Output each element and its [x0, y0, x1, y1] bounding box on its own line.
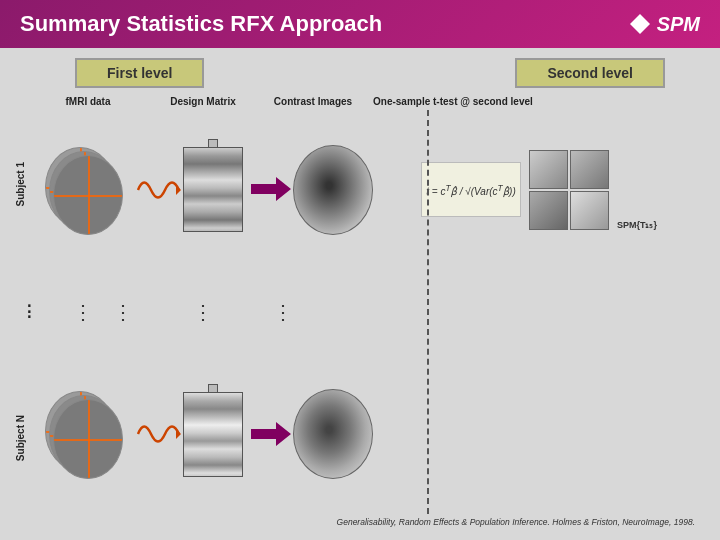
svg-marker-2: [251, 177, 291, 201]
subject-dots-label: ⋮: [15, 302, 43, 321]
spm-t15-label: SPM{T₁₅}: [617, 220, 657, 230]
subject-n-label: Subject N: [15, 415, 43, 461]
second-level-label: Second level: [547, 65, 633, 81]
squiggle-arrow-1: [133, 165, 183, 215]
header-onesample: One-sample t-test @ second level: [363, 96, 705, 107]
second-level-content-1: t = cTβ̂ / √(Var(cTβ̂)) SPM{T₁₅}: [373, 150, 705, 230]
subject-1-row: t = cTβ̂ / √(Var(cTβ̂)) SPM{T₁₅}: [43, 137, 705, 242]
first-level-label: First level: [107, 65, 172, 81]
subject-n-brain: [43, 389, 133, 479]
spm-logo: SPM: [629, 13, 700, 36]
column-headers-row: fMRI data Design Matrix Contrast Images …: [15, 96, 705, 107]
title-bar: Summary Statistics RFX Approach SPM: [0, 0, 720, 48]
big-arrow-n: [243, 417, 293, 452]
content-area: First level Second level fMRI data Desig…: [0, 48, 720, 540]
design-matrix-n: [183, 392, 243, 477]
dots-row: ⋮ ⋮ ⋮ ⋮: [43, 297, 705, 327]
formula-image: t = cTβ̂ / √(Var(cTβ̂)): [421, 162, 521, 217]
contrast-brain-1: [293, 145, 373, 235]
spm-result-grid: [529, 150, 609, 230]
big-arrow-1: [243, 172, 293, 207]
subject-labels-column: Subject 1 ⋮ Subject N: [15, 110, 43, 514]
slide-title: Summary Statistics RFX Approach: [20, 11, 382, 37]
contrast-brain-n: [293, 389, 373, 479]
squiggle-arrow-n: [133, 409, 183, 459]
design-matrix-1: [183, 147, 243, 232]
spm-cell-1: [529, 150, 568, 189]
subject-n-row: [43, 382, 705, 487]
level-divider: [427, 110, 429, 514]
header-fmri: fMRI data: [43, 96, 133, 107]
brain-slice-front: [53, 155, 123, 235]
brain-slice-n-front: [53, 399, 123, 479]
header-contrast: Contrast Images: [253, 96, 363, 107]
second-level-box: Second level: [515, 58, 665, 88]
first-level-box: First level: [75, 58, 204, 88]
svg-marker-4: [251, 422, 291, 446]
spm-diamond-icon: [629, 13, 651, 35]
subject-1-brain: [43, 145, 133, 235]
spm-cell-2: [570, 150, 609, 189]
svg-marker-0: [630, 14, 650, 34]
header-design: Design Matrix: [133, 96, 253, 107]
spm-brand-label: SPM: [657, 13, 700, 36]
spm-cell-4: [570, 191, 609, 230]
level-headers: First level Second level: [15, 58, 705, 88]
rows-area: Subject 1 ⋮ Subject N: [15, 110, 705, 514]
spm-cell-3: [529, 191, 568, 230]
footer-citation: Generalisability, Random Effects & Popul…: [15, 514, 705, 530]
slide: Summary Statistics RFX Approach SPM Firs…: [0, 0, 720, 540]
subject-1-label: Subject 1: [15, 162, 43, 206]
